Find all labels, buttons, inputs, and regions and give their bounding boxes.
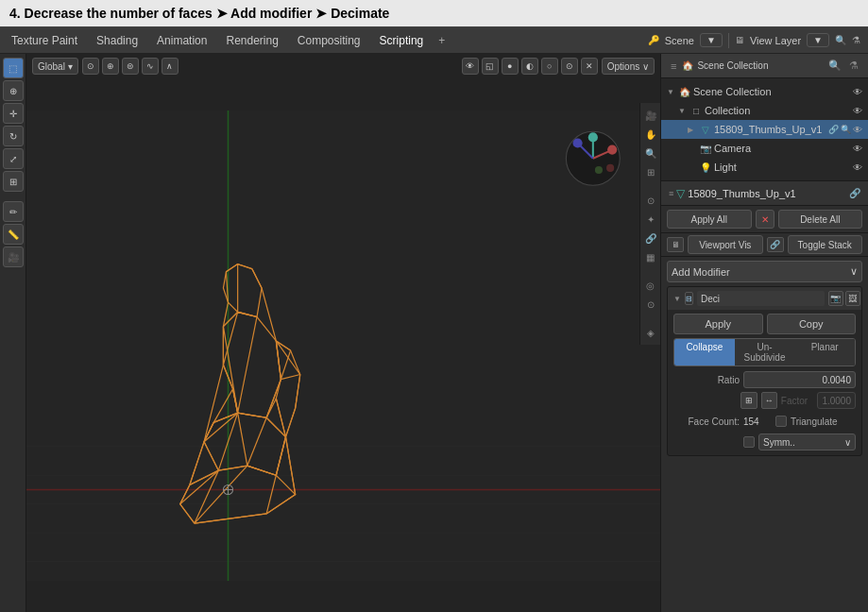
- rt-bone-btn[interactable]: ✦: [642, 211, 659, 228]
- rt-particle-btn[interactable]: ◎: [642, 277, 659, 294]
- camera-visibility-icon[interactable]: 👁: [853, 144, 862, 154]
- tool-cursor[interactable]: ⊕: [3, 80, 24, 101]
- scene-selector[interactable]: ▼: [700, 33, 723, 47]
- rt-grid-btn[interactable]: ⊞: [642, 163, 659, 180]
- triangulate-checkbox[interactable]: [775, 416, 787, 427]
- viewport-mode-selector[interactable]: Global ▾: [32, 58, 78, 75]
- scene-visibility-icon[interactable]: 👁: [853, 87, 862, 97]
- thumbs-search-icon[interactable]: 🔍: [841, 125, 851, 134]
- viewport-display-mode[interactable]: ◱: [482, 58, 499, 75]
- viewport-proportional-btn[interactable]: ⊜: [122, 58, 139, 75]
- menu-animation[interactable]: Animation: [153, 32, 211, 49]
- scene-panel-menu-icon[interactable]: ≡: [669, 60, 678, 72]
- viewport-snapping-btn[interactable]: ⊕: [102, 58, 119, 75]
- tab-planar[interactable]: Planar: [794, 339, 855, 366]
- viewport-controls-left: Global ▾ ⊙ ⊕ ⊜ ∿ ∧: [32, 58, 179, 75]
- scene-panel-header: ≡ 🏠 Scene Collection 🔍 ⚗: [661, 54, 868, 78]
- tool-scale[interactable]: ⤢: [3, 148, 24, 169]
- viewport-vis-button[interactable]: Viewport Vis: [688, 235, 763, 254]
- menu-rendering[interactable]: Rendering: [222, 32, 281, 49]
- view-layer-selector[interactable]: ▼: [807, 33, 829, 47]
- rt-vis-btn[interactable]: ◈: [642, 324, 659, 341]
- toggle-stack-button[interactable]: Toggle Stack: [788, 235, 863, 254]
- menu-add-workspace[interactable]: +: [438, 34, 445, 47]
- add-modifier-button[interactable]: Add Modifier ∨: [667, 261, 862, 282]
- symm-chevron: ∨: [844, 437, 851, 448]
- menu-scripting[interactable]: Scripting: [376, 32, 428, 49]
- light-visibility-icon[interactable]: 👁: [853, 162, 862, 173]
- viewport-display-eyes[interactable]: 👁: [462, 58, 479, 75]
- search-icon[interactable]: 🔍: [835, 35, 846, 45]
- symm-checkbox[interactable]: [743, 436, 755, 448]
- collection-visibility-icon[interactable]: 👁: [853, 106, 862, 116]
- modifier-expand-icon[interactable]: ▼: [673, 295, 681, 303]
- viewport-shading-material[interactable]: ◐: [521, 58, 538, 75]
- factor-arrow-icon[interactable]: ↔: [761, 392, 777, 409]
- thumbs-link-icon[interactable]: 🔗: [828, 125, 839, 134]
- menu-compositing[interactable]: Compositing: [294, 32, 365, 49]
- ratio-value[interactable]: 0.0040: [743, 371, 856, 388]
- menu-texture-paint[interactable]: Texture Paint: [8, 32, 81, 49]
- tree-item-thumbs-up[interactable]: ▶ ▽ 15809_Thumbs_Up_v1 🔗 🔍 👁: [661, 120, 868, 139]
- toggle-stack-icon[interactable]: 🔗: [767, 237, 784, 252]
- tool-transform[interactable]: ⊞: [3, 171, 24, 192]
- menu-bar: Texture Paint Shading Animation Renderin…: [0, 27, 868, 54]
- face-count-number: 154: [743, 416, 772, 427]
- viewport-canvas[interactable]: Y X Z: [26, 78, 660, 612]
- delete-all-x-icon[interactable]: ✕: [756, 210, 774, 229]
- symm-dropdown[interactable]: Symm.. ∨: [758, 434, 856, 450]
- tool-move[interactable]: ✛: [3, 103, 24, 124]
- menu-shading[interactable]: Shading: [93, 32, 142, 49]
- thumbs-up-label: 15809_Thumbs_Up_v1: [714, 124, 826, 135]
- scene-collection-label: Scene Collection: [697, 60, 768, 71]
- tree-item-scene-collection[interactable]: ▼ 🏠 Scene Collection 👁: [661, 82, 868, 101]
- modifier-render-btn[interactable]: 🖼: [845, 291, 860, 306]
- rt-physics-btn[interactable]: ⊙: [642, 296, 659, 313]
- modifier-header-buttons: 📷 🖼 ▲ ▼ ✕: [828, 291, 862, 306]
- svg-text:Z: Z: [574, 141, 579, 148]
- apply-all-button[interactable]: Apply All: [667, 210, 752, 229]
- light-icon: 💡: [699, 161, 712, 174]
- rt-camera-btn[interactable]: 🎥: [642, 107, 659, 124]
- svg-text:Y: Y: [590, 133, 595, 141]
- tree-item-collection[interactable]: ▼ □ Collection 👁: [661, 101, 868, 120]
- viewport-vis-icon[interactable]: 🖥: [667, 237, 684, 252]
- scene-panel-search-icon[interactable]: 🔍: [826, 60, 843, 72]
- delete-all-button[interactable]: Delete All: [778, 210, 863, 229]
- scene-panel-filter-icon[interactable]: ⚗: [847, 60, 860, 72]
- tool-select[interactable]: ⬚: [3, 58, 24, 78]
- modifier-camera-btn[interactable]: 📷: [828, 291, 843, 306]
- viewport-icon-row: ⊙ ⊕ ⊜ ∿ ∧: [82, 58, 179, 75]
- tree-item-light[interactable]: 💡 Light 👁: [661, 158, 868, 177]
- rt-zoom-btn[interactable]: 🔍: [642, 144, 659, 162]
- apply-button[interactable]: Apply: [673, 314, 763, 334]
- viewport-gizmos[interactable]: ✕: [581, 58, 598, 75]
- thumbs-visibility-icon[interactable]: 👁: [853, 125, 862, 135]
- viewport-pivot-btn[interactable]: ⊙: [82, 58, 99, 75]
- triangulate-label: Triangulate: [791, 416, 838, 427]
- tree-item-camera[interactable]: 📷 Camera 👁: [661, 139, 868, 158]
- tool-rotate[interactable]: ↻: [3, 126, 24, 146]
- tab-collapse[interactable]: Collapse: [674, 339, 735, 366]
- viewport-shading-solid[interactable]: ●: [502, 58, 519, 75]
- tool-measure[interactable]: 📏: [3, 224, 24, 245]
- copy-button[interactable]: Copy: [767, 314, 857, 334]
- viewport[interactable]: Global ▾ ⊙ ⊕ ⊜ ∿ ∧ 👁 ◱ ● ◐ ○ ⊙ ✕: [26, 54, 660, 612]
- rt-constraint-btn[interactable]: 🔗: [642, 230, 659, 246]
- rt-data-btn[interactable]: ▦: [642, 248, 659, 265]
- tab-unsubdivide[interactable]: Un-Subdivide: [735, 339, 795, 366]
- obj-link-button[interactable]: 🔗: [849, 188, 860, 198]
- viewport-overlay[interactable]: ⊙: [561, 58, 578, 75]
- factor-icon[interactable]: ⊞: [740, 392, 757, 409]
- viewport-shading-rendered[interactable]: ○: [541, 58, 558, 75]
- tool-camera[interactable]: 🎥: [3, 246, 24, 267]
- rt-hand-btn[interactable]: ✋: [642, 126, 659, 143]
- viewport-extras-btn[interactable]: ∧: [162, 58, 179, 75]
- viewport-falloff-btn[interactable]: ∿: [142, 58, 159, 75]
- filter-icon[interactable]: ⚗: [852, 35, 860, 45]
- rt-prop-btn[interactable]: ⊙: [642, 192, 659, 209]
- scene-collection-label: Scene Collection: [693, 86, 851, 97]
- viewport-options[interactable]: Options ∨: [602, 58, 655, 75]
- tool-annotate[interactable]: ✏: [3, 201, 24, 222]
- modifier-name-input[interactable]: [697, 291, 825, 306]
